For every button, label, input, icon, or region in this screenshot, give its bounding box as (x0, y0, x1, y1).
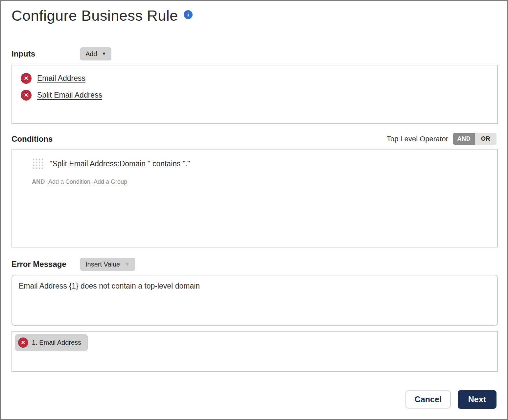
delete-input-icon[interactable]: ✕ (21, 73, 32, 84)
dialog-footer: Cancel Next (12, 390, 496, 409)
condition-text[interactable]: "Split Email Address:Domain " contains "… (50, 159, 190, 168)
inserted-values-panel: ✕ 1. Email Address (12, 331, 498, 372)
operator-toggle: AND OR (453, 133, 496, 145)
add-group-link[interactable]: Add a Group (94, 178, 127, 185)
input-link-email-address[interactable]: Email Address (37, 74, 85, 83)
drag-handle-icon[interactable] (32, 158, 44, 170)
condition-footer: AND Add a Condition Add a Group (32, 178, 497, 185)
top-level-operator-label: Top Level Operator (387, 135, 448, 143)
value-chip-label: 1. Email Address (32, 339, 81, 346)
input-link-split-email-address[interactable]: Split Email Address (37, 91, 102, 100)
info-icon[interactable]: i (184, 10, 193, 19)
operator-toggle-or[interactable]: OR (475, 133, 496, 145)
insert-value-button[interactable]: Insert Value ▼ (80, 258, 135, 271)
inputs-label: Inputs (12, 49, 80, 58)
cancel-button[interactable]: Cancel (405, 390, 451, 408)
insert-value-button-label: Insert Value (85, 260, 120, 269)
conditions-panel: "Split Email Address:Domain " contains "… (12, 149, 498, 247)
error-message-label: Error Message (12, 260, 80, 269)
condition-operator-label: AND (32, 178, 45, 185)
conditions-label: Conditions (12, 134, 80, 144)
delete-value-icon[interactable]: ✕ (18, 338, 28, 348)
configure-business-rule-dialog: Configure Business Rule i Inputs Add ▼ ✕… (1, 1, 507, 419)
operator-toggle-and[interactable]: AND (453, 133, 475, 145)
inputs-list-panel: ✕ Email Address ✕ Split Email Address (12, 65, 498, 124)
page-title: Configure Business Rule (12, 7, 178, 24)
error-message-section-header: Error Message Insert Value ▼ (12, 258, 496, 271)
input-row-split-email-address: ✕ Split Email Address (21, 87, 497, 104)
chevron-down-icon: ▼ (125, 261, 130, 268)
conditions-section-header: Conditions Top Level Operator AND OR (12, 133, 496, 145)
add-button-label: Add (85, 49, 97, 58)
error-message-textarea[interactable] (12, 275, 498, 326)
add-condition-link[interactable]: Add a Condition (48, 178, 90, 185)
title-row: Configure Business Rule i (12, 7, 496, 24)
chevron-down-icon: ▼ (102, 51, 106, 57)
next-button[interactable]: Next (458, 390, 496, 409)
inputs-section-header: Inputs Add ▼ (12, 47, 496, 60)
add-input-button[interactable]: Add ▼ (80, 47, 111, 60)
top-level-operator-wrap: Top Level Operator AND OR (387, 133, 496, 145)
condition-row: "Split Email Address:Domain " contains "… (32, 158, 497, 170)
value-chip-email-address[interactable]: ✕ 1. Email Address (15, 334, 88, 351)
delete-input-icon[interactable]: ✕ (21, 90, 32, 101)
input-row-email-address: ✕ Email Address (21, 70, 497, 87)
